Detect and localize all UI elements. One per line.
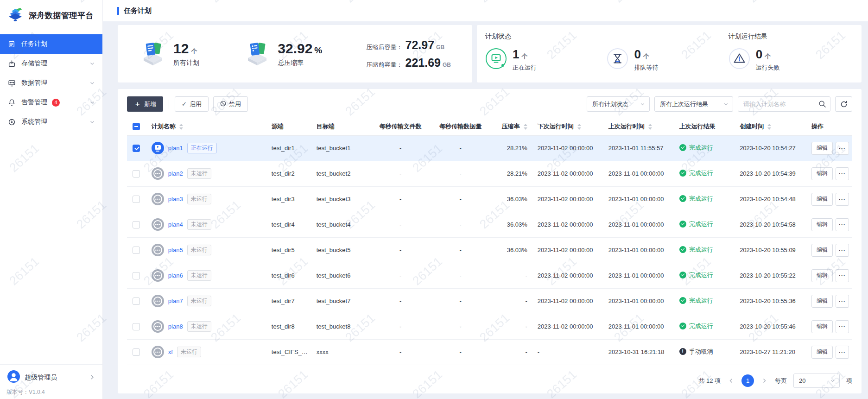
more-button[interactable]: ··· xyxy=(836,346,849,359)
sidebar: 深舟数据管理平台 任务计划存储管理数据管理告警管理4系统管理 超级管理员 版本号… xyxy=(0,0,103,399)
next-run-cell: 2023-11-02 00:00:00 xyxy=(534,135,605,161)
column-header-创建时间[interactable]: 创建时间 xyxy=(736,118,808,135)
edit-button[interactable]: 编辑 xyxy=(811,167,833,180)
sidebar-item-任务计划[interactable]: 任务计划 xyxy=(0,34,102,54)
add-button[interactable]: ＋新增 xyxy=(127,96,163,112)
column-header-每秒传输文件数: 每秒传输文件数 xyxy=(370,118,431,135)
version-label: 版本号：V1.0.4 xyxy=(0,388,102,399)
edit-button[interactable]: 编辑 xyxy=(811,142,833,155)
row-checkbox[interactable] xyxy=(133,323,140,330)
last-run-cell: 2023-11-01 11:55:57 xyxy=(605,135,676,161)
more-button[interactable]: ··· xyxy=(836,269,849,282)
table-body: plan1 正在运行 test_dir1 test_bucket1 - - 28… xyxy=(127,135,852,365)
plan-name-link[interactable]: plan4 xyxy=(168,221,183,228)
sort-icon[interactable] xyxy=(648,124,652,130)
more-button[interactable]: ··· xyxy=(836,142,849,155)
plan-name-link[interactable]: xf xyxy=(168,348,173,355)
plan-state-icon xyxy=(152,320,164,333)
plan-state-icon xyxy=(152,295,164,307)
last-result: 完成运行 xyxy=(679,169,713,177)
column-header-下次运行时间[interactable]: 下次运行时间 xyxy=(534,118,605,135)
search-icon[interactable] xyxy=(818,100,826,110)
per-page-select[interactable]: 20 xyxy=(793,374,840,388)
capacity-stats: 压缩后容量： 72.97 GB 压缩前容量： 221.69 GB xyxy=(367,38,451,70)
column-header-源端: 源端 xyxy=(268,118,313,135)
sort-icon[interactable] xyxy=(577,124,581,130)
plan-name-link[interactable]: plan3 xyxy=(168,196,183,203)
column-header-操作: 操作 xyxy=(808,118,852,135)
sort-icon[interactable] xyxy=(179,124,183,130)
prev-page-button[interactable] xyxy=(727,378,735,384)
running-status-icon xyxy=(485,48,507,71)
pagination: 共 12 项 1 每页 20 项 xyxy=(127,374,852,388)
sidebar-item-告警管理[interactable]: 告警管理4 xyxy=(0,93,102,112)
edit-button[interactable]: 编辑 xyxy=(811,346,833,359)
more-button[interactable]: ··· xyxy=(836,320,849,333)
running-stat: 1个 正在运行 xyxy=(485,47,607,72)
sidebar-footer: 超级管理员 版本号：V1.0.4 xyxy=(0,364,102,399)
plan-state-icon xyxy=(152,142,164,154)
edit-button[interactable]: 编辑 xyxy=(811,269,833,282)
plan-name-link[interactable]: plan2 xyxy=(168,170,183,177)
refresh-button[interactable] xyxy=(835,96,852,112)
more-button[interactable]: ··· xyxy=(836,193,849,206)
plan-name-link[interactable]: plan7 xyxy=(168,298,183,304)
created-cell: 2023-10-20 10:54:39 xyxy=(736,161,808,186)
last-result-cell: 完成运行 xyxy=(676,263,736,288)
edit-button[interactable]: 编辑 xyxy=(811,244,833,257)
plan-status-filter[interactable]: 所有计划状态 xyxy=(587,96,650,112)
more-button[interactable]: ··· xyxy=(836,167,849,180)
plan-name-link[interactable]: plan1 xyxy=(168,145,183,152)
sidebar-item-存储管理[interactable]: 存储管理 xyxy=(0,54,102,73)
enable-button[interactable]: ✓启用 xyxy=(175,96,209,112)
created-cell: 2023-10-27 11:21:20 xyxy=(736,339,808,365)
ratio-cell: 28.21% xyxy=(490,135,534,161)
plan-state-badge: 未运行 xyxy=(187,219,211,230)
edit-button[interactable]: 编辑 xyxy=(811,320,833,333)
edit-button[interactable]: 编辑 xyxy=(811,193,833,206)
next-page-button[interactable] xyxy=(760,378,768,384)
all-plans-value: 12 xyxy=(173,41,189,57)
last-result: 完成运行 xyxy=(679,220,713,228)
row-checkbox[interactable] xyxy=(133,196,140,203)
column-header-上次运行时间[interactable]: 上次运行时间 xyxy=(605,118,676,135)
page-number[interactable]: 1 xyxy=(741,374,754,387)
disable-button[interactable]: 禁用 xyxy=(213,96,248,112)
plan-name-link[interactable]: plan6 xyxy=(168,272,183,279)
row-checkbox[interactable] xyxy=(133,247,140,254)
forbidden-icon xyxy=(220,101,226,108)
sort-icon[interactable] xyxy=(767,124,771,130)
plan-name-link[interactable]: plan5 xyxy=(168,247,183,253)
plan-name-search-input[interactable] xyxy=(738,96,830,112)
next-run-cell: 2023-11-02 00:00:00 xyxy=(534,314,605,339)
user-row[interactable]: 超级管理员 xyxy=(0,365,102,388)
last-result: 手动取消 xyxy=(679,348,713,356)
sidebar-item-数据管理[interactable]: 数据管理 xyxy=(0,73,102,93)
sidebar-item-系统管理[interactable]: 系统管理 xyxy=(0,112,102,132)
last-result-filter[interactable]: 所有上次运行结果 xyxy=(654,96,733,112)
last-run-cell: 2023-11-01 00:00:00 xyxy=(605,212,676,237)
row-checkbox[interactable] xyxy=(133,272,140,279)
row-checkbox[interactable] xyxy=(133,348,140,356)
plan-state-icon xyxy=(152,244,164,256)
more-button[interactable]: ··· xyxy=(836,218,849,231)
column-header-压缩率[interactable]: 压缩率 xyxy=(490,118,534,135)
edit-button[interactable]: 编辑 xyxy=(811,218,833,231)
last-run-cell: 2023-11-01 00:00:00 xyxy=(605,314,676,339)
more-button[interactable]: ··· xyxy=(836,295,849,308)
column-header-计划名称[interactable]: 计划名称 xyxy=(148,118,268,135)
last-result: 完成运行 xyxy=(679,271,713,279)
row-checkbox[interactable] xyxy=(133,221,140,228)
result-status-icon xyxy=(679,272,686,279)
select-all-checkbox[interactable] xyxy=(133,123,140,130)
sort-icon[interactable] xyxy=(524,124,527,130)
files-per-sec-cell: - xyxy=(370,161,431,186)
row-checkbox[interactable] xyxy=(133,170,140,177)
plan-state-badge: 未运行 xyxy=(177,347,201,357)
more-button[interactable]: ··· xyxy=(836,244,849,257)
row-checkbox[interactable] xyxy=(133,145,140,152)
edit-button[interactable]: 编辑 xyxy=(811,295,833,308)
result-status-icon xyxy=(679,348,686,355)
row-checkbox[interactable] xyxy=(133,298,140,305)
plan-name-link[interactable]: plan8 xyxy=(168,323,183,330)
